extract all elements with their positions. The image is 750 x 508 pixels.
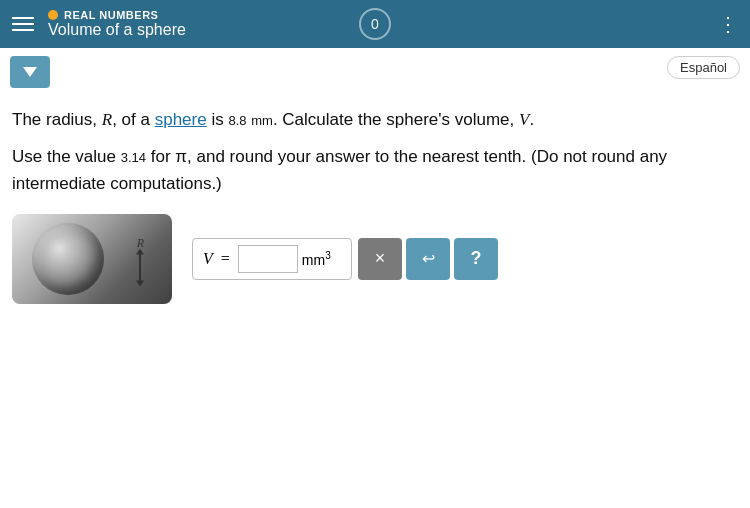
input-area: V = mm3 × ↩ ? <box>192 238 498 280</box>
orange-dot-icon <box>48 10 58 20</box>
formula-box: V = mm3 <box>192 238 352 280</box>
undo-button[interactable]: ↩ <box>406 238 450 280</box>
action-buttons: × ↩ ? <box>358 238 498 280</box>
instruction-text: Use the value 3.14 for π, and round your… <box>12 143 738 197</box>
answer-input[interactable] <box>238 245 298 273</box>
answer-row: R V = mm3 × ↩ ? <box>12 214 738 304</box>
pi-approx: 3.14 <box>121 150 146 165</box>
text-is: is <box>207 110 229 129</box>
radius-arrow: R <box>137 235 144 282</box>
instruction-prefix: Use the value <box>12 147 121 166</box>
text-end: . Calculate the sphere's volume, <box>273 110 519 129</box>
formula-equals: = <box>221 250 230 268</box>
sphere-link[interactable]: sphere <box>155 110 207 129</box>
radius-variable: R <box>102 110 112 129</box>
pi-symbol: π <box>175 147 187 166</box>
espanol-button[interactable]: Español <box>667 56 740 79</box>
dropdown-button[interactable] <box>10 56 50 88</box>
counter-circle: 0 <box>359 8 391 40</box>
problem-text: The radius, R, of a sphere is 8.8 mm. Ca… <box>12 106 738 133</box>
instruction-for: for <box>146 147 175 166</box>
clear-button[interactable]: × <box>358 238 402 280</box>
content-area: The radius, R, of a sphere is 8.8 mm. Ca… <box>0 96 750 314</box>
top-bar: REAL NUMBERS Volume of a sphere 0 ⋮ <box>0 0 750 48</box>
text-before-link: The radius, <box>12 110 102 129</box>
formula-v: V <box>203 250 213 268</box>
help-button[interactable]: ? <box>454 238 498 280</box>
exponent: 3 <box>325 250 331 261</box>
sphere-image: R <box>12 214 172 304</box>
unit-mm: mm <box>251 113 273 128</box>
volume-variable: V <box>519 110 529 129</box>
period: . <box>529 110 534 129</box>
hamburger-menu-icon[interactable] <box>12 17 34 31</box>
radius-value: 8.8 <box>228 113 246 128</box>
unit-label: mm3 <box>302 250 331 268</box>
text-after-link: , of a <box>112 110 155 129</box>
sphere-ball <box>32 223 104 295</box>
more-options-icon[interactable]: ⋮ <box>718 12 738 36</box>
dropdown-row <box>0 48 750 96</box>
svg-marker-0 <box>23 67 37 77</box>
